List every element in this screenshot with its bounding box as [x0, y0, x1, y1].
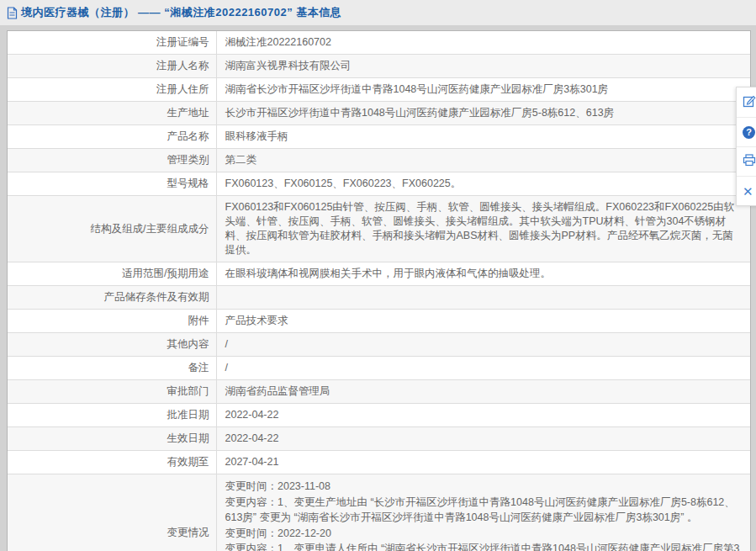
row-label: 审批部门	[8, 380, 216, 404]
change-line: 变更内容：1、变更生产地址由 “长沙市开福区沙坪街道中青路1048号山河医药健康…	[225, 495, 743, 526]
table-row: 注册证编号 湘械注准20222160702	[8, 31, 750, 55]
row-label: 管理类别	[8, 149, 216, 172]
table-row: 批准日期 2022-04-22	[8, 404, 750, 427]
table-row: 备注 /	[8, 357, 750, 380]
row-value: FX060123、FX060125、FX060223、FX060225。	[216, 172, 750, 196]
table-row: 管理类别 第二类	[8, 149, 750, 172]
change-line: 变更时间：2023-11-08	[225, 479, 743, 495]
row-value: 2022-04-22	[216, 404, 750, 427]
row-value: 变更时间：2023-11-08 变更内容：1、变更生产地址由 “长沙市开福区沙坪…	[216, 474, 750, 551]
row-value: 2027-04-21	[216, 451, 750, 474]
table-row: 有效期至 2027-04-21	[8, 451, 750, 474]
row-label: 产品储存条件及有效期	[8, 286, 216, 310]
row-label: 注册人住所	[8, 78, 216, 102]
row-value: 在眼科玻璃体和视网膜相关手术中，用于眼内液体和气体的抽吸处理。	[216, 262, 750, 286]
row-label: 其他内容	[8, 333, 216, 357]
row-value: 湖南省长沙市开福区沙坪街道中青路1048号山河医药健康产业园标准厂房3栋301房	[216, 78, 750, 102]
change-line: 变更时间：2022-12-20	[225, 526, 743, 542]
print-button[interactable]	[737, 146, 756, 176]
row-value: /	[216, 333, 750, 357]
row-value: 湖南富兴视界科技有限公司	[216, 55, 750, 78]
table-row: 适用范围/预期用途 在眼科玻璃体和视网膜相关手术中，用于眼内液体和气体的抽吸处理…	[8, 262, 750, 286]
row-label: 适用范围/预期用途	[8, 262, 216, 286]
row-value: 长沙市开福区沙坪街道中青路1048号山河医药健康产业园标准厂房5-8栋612、6…	[216, 102, 750, 125]
row-label: 备注	[8, 357, 216, 380]
row-value: 产品技术要求	[216, 310, 750, 333]
row-value: FX060123和FX060125由针管、按压阀、手柄、软管、圆锥接头、接头堵帽…	[216, 196, 750, 262]
table-row: 附件 产品技术要求	[8, 310, 750, 333]
row-label: 批准日期	[8, 404, 216, 427]
page-title: 境内医疗器械（注册） —— “湘械注准20222160702” 基本信息	[21, 5, 341, 20]
edit-icon	[743, 94, 756, 111]
row-label: 产品名称	[8, 125, 216, 149]
row-value: 眼科移液手柄	[216, 125, 750, 149]
row-label: 结构及组成/主要组成成分	[8, 196, 216, 262]
table-row: 注册人住所 湖南省长沙市开福区沙坪街道中青路1048号山河医药健康产业园标准厂房…	[8, 78, 750, 102]
table-row: 产品名称 眼科移液手柄	[8, 125, 750, 149]
header-bar: 境内医疗器械（注册） —— “湘械注准20222160702” 基本信息	[0, 0, 756, 25]
row-label: 生效日期	[8, 427, 216, 451]
print-icon	[743, 154, 756, 170]
table-row: 审批部门 湖南省药品监督管理局	[8, 380, 750, 404]
row-value: 湘械注准20222160702	[216, 31, 750, 55]
row-value: 第二类	[216, 149, 750, 172]
registration-info-table: 注册证编号 湘械注准20222160702 注册人名称 湖南富兴视界科技有限公司…	[7, 30, 751, 551]
page: 境内医疗器械（注册） —— “湘械注准20222160702” 基本信息 注册证…	[0, 0, 756, 551]
row-label: 生产地址	[8, 102, 216, 125]
close-button[interactable]: ✕	[737, 176, 756, 205]
row-label: 型号规格	[8, 172, 216, 196]
close-icon: ✕	[743, 185, 753, 198]
row-value: 2022-04-22	[216, 427, 750, 451]
table-row: 注册人名称 湖南富兴视界科技有限公司	[8, 55, 750, 78]
table-row: 产品储存条件及有效期	[8, 286, 750, 310]
table-row-change-history: 变更情况 变更时间：2023-11-08 变更内容：1、变更生产地址由 “长沙市…	[8, 474, 750, 551]
row-label: 附件	[8, 310, 216, 333]
side-toolbar: ? ✕	[736, 87, 756, 206]
help-button[interactable]: ?	[737, 117, 756, 146]
table-row: 其他内容 /	[8, 333, 750, 357]
change-line: 变更内容：1、变更申请人住所由 “湖南省长沙市开福区沙坪街道中青路1048号山河…	[225, 541, 743, 551]
row-value: /	[216, 357, 750, 380]
help-icon: ?	[743, 126, 755, 139]
edit-button[interactable]	[737, 87, 756, 117]
row-label: 有效期至	[8, 451, 216, 474]
row-value: 湖南省药品监督管理局	[216, 380, 750, 404]
row-label: 注册证编号	[8, 31, 216, 55]
row-value	[216, 286, 750, 310]
table-row: 型号规格 FX060123、FX060125、FX060223、FX060225…	[8, 172, 750, 196]
table-row: 生效日期 2022-04-22	[8, 427, 750, 451]
document-icon	[7, 7, 18, 19]
row-label: 注册人名称	[8, 55, 216, 78]
table-row: 结构及组成/主要组成成分 FX060123和FX060125由针管、按压阀、手柄…	[8, 196, 750, 262]
table-row: 生产地址 长沙市开福区沙坪街道中青路1048号山河医药健康产业园标准厂房5-8栋…	[8, 102, 750, 125]
row-label: 变更情况	[8, 474, 216, 551]
